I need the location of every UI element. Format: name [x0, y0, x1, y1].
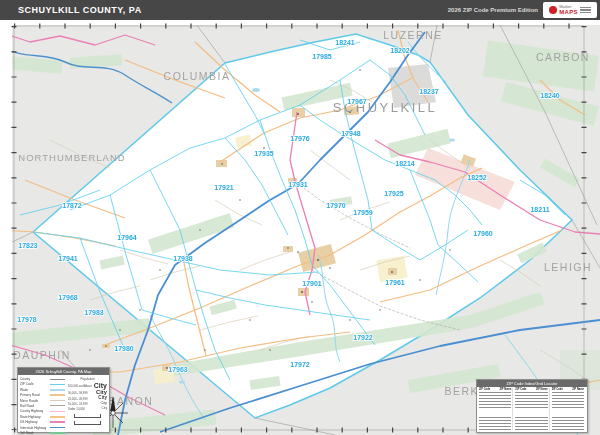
zip-index-rows	[515, 392, 547, 430]
county-label-lehigh: LEHIGH	[544, 261, 592, 273]
county-label-carbon: CARBON	[536, 51, 590, 63]
legend-swatch	[50, 389, 65, 391]
zip-label: 17963	[168, 366, 188, 373]
population-row: 100,000 and AboveCity	[68, 382, 107, 389]
logo-text-lines	[580, 7, 591, 14]
legend-swatch	[50, 421, 65, 423]
legend-swatch	[50, 384, 65, 386]
legend-item: Rail Road	[20, 404, 65, 408]
county-label-dauphin: DAUPHIN	[13, 349, 71, 361]
marketmaps-logo: Market MAPS	[543, 2, 597, 18]
zip-label: 17961	[385, 279, 405, 286]
zip-label: 17960	[473, 230, 493, 237]
legend-item: County	[20, 377, 65, 381]
zip-label: 18202	[390, 47, 410, 54]
zip-label: 17941	[58, 255, 78, 262]
zip-label: 17948	[341, 130, 361, 137]
legend-swatch	[50, 427, 65, 429]
zip-index-panel: ZIP Code Index/Grid Locator ZIP CodeZIP …	[476, 379, 588, 433]
zip-label: 17976	[290, 135, 310, 142]
zip-label: 17972	[290, 361, 310, 368]
legend-population-column: Population 100,000 and AboveCity 50,000 …	[68, 377, 107, 435]
county-label-columbia: COLUMBIA	[164, 70, 231, 82]
legend-symbols-column: County ZIP Code Water Primary Road Minor…	[20, 377, 65, 435]
logo-word-maps: MAPS	[559, 9, 578, 15]
zip-index-column: ZIP CodeZIP Name	[479, 388, 513, 430]
zip-index-rows	[479, 392, 511, 430]
zip-label: 17938	[173, 255, 193, 262]
legend-swatch	[50, 400, 65, 401]
legend-item: State Highway	[20, 415, 65, 419]
legend-item: Interstate Highway	[20, 426, 65, 430]
zip-label: 17935	[254, 150, 274, 157]
zip-label: 18237	[419, 88, 439, 95]
zip-label: 17978	[17, 316, 37, 323]
zip-label: 18211	[530, 206, 549, 213]
zip-label: 17921	[214, 184, 234, 191]
legend-item: US Highway	[20, 420, 65, 424]
county-label-northumberland: NORTHUMBERLAND	[18, 152, 125, 163]
zip-label: 18241	[335, 39, 355, 46]
zip-label: 17922	[353, 334, 373, 341]
zip-label: 17983	[84, 309, 104, 316]
scale-bar	[74, 414, 101, 418]
zip-label: 17901	[302, 280, 322, 287]
zip-index-rows	[552, 392, 584, 430]
zip-label: 17967	[347, 98, 367, 105]
zip-label: 18240	[540, 92, 560, 99]
population-row: Under 10,000City	[68, 407, 107, 411]
legend-title: 2026 Schuylkill County, PA Map	[18, 368, 109, 375]
zip-label: 17931	[288, 181, 308, 188]
legend-swatch	[50, 416, 65, 418]
edition-label: 2026 ZIP Code Premium Edition	[448, 7, 538, 13]
legend-item: ZIP Code	[20, 382, 65, 386]
county-label-luzerne: LUZERNE	[383, 29, 443, 41]
header-bar: SCHUYLKILL COUNTY, PA 2026 ZIP Code Prem…	[0, 0, 600, 20]
legend-item: Toll Road	[20, 431, 65, 435]
city-sample: City	[94, 382, 107, 389]
zip-label: 17985	[312, 53, 332, 60]
zip-label: 18214	[395, 160, 415, 167]
zip-label: 17970	[326, 202, 346, 209]
scale-bar	[74, 421, 101, 425]
zip-label: 17980	[114, 345, 134, 352]
legend-swatch	[50, 411, 65, 413]
zip-index-title: ZIP Code Index/Grid Locator	[477, 380, 587, 387]
zip-label: 17968	[58, 294, 78, 301]
legend-item: Water	[20, 388, 65, 392]
page-title: SCHUYLKILL COUNTY, PA	[18, 5, 142, 15]
zip-label: 17823	[18, 242, 38, 249]
legend-swatch	[50, 405, 65, 406]
legend-item: Minor Roads	[20, 399, 65, 403]
legend-swatch	[50, 394, 65, 395]
legend-item: County Highway	[20, 409, 65, 413]
legend-item: Primary Road	[20, 393, 65, 397]
zip-index-column: ZIP CodeZIP Name	[515, 388, 549, 430]
logo-badge-icon	[549, 6, 557, 14]
zip-label: 17959	[353, 209, 373, 216]
zip-index-column: ZIP CodeZIP Name	[552, 388, 585, 430]
legend-swatch	[50, 379, 65, 380]
population-header: Population	[68, 377, 107, 381]
zip-label: 17925	[384, 190, 404, 197]
zip-label: 17872	[62, 202, 82, 209]
city-sample: City	[102, 407, 108, 410]
zip-label: 17964	[117, 234, 137, 241]
legend-swatch	[50, 432, 65, 434]
zip-label: 18252	[467, 174, 487, 181]
header-right: 2026 ZIP Code Premium Edition Market MAP…	[448, 2, 597, 18]
legend-panel: 2026 Schuylkill County, PA Map County ZI…	[17, 367, 110, 433]
map-poster: SCHUYLKILL COUNTY, PA 2026 ZIP Code Prem…	[0, 0, 600, 435]
